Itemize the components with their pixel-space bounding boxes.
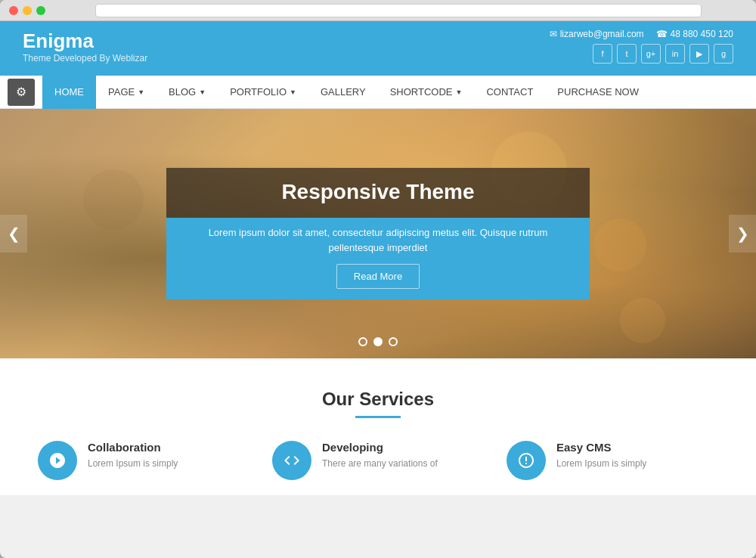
- nav-item-portfolio[interactable]: PORTFOLIO ▼: [218, 76, 308, 109]
- service-desc-cms: Lorem Ipsum is simply: [556, 457, 646, 470]
- services-section: Our Services Collaboration Lorem Ipsum i…: [0, 358, 756, 495]
- social-icons: f t g+ in ▶ g: [593, 44, 733, 64]
- hero-read-more-button[interactable]: Read More: [336, 264, 420, 289]
- youtube-icon[interactable]: ▶: [689, 44, 709, 64]
- hero-title-box: Responsive Theme: [166, 168, 590, 218]
- phone-text: 48 880 450 120: [671, 29, 733, 39]
- service-name-collaboration: Collaboration: [88, 441, 178, 454]
- blog-arrow: ▼: [199, 88, 206, 96]
- brand-name: Enigma: [23, 29, 147, 53]
- svg-point-4: [620, 298, 665, 343]
- hero-dot-2[interactable]: [373, 337, 383, 346]
- nav-item-purchase[interactable]: PURCHASE NOW: [545, 76, 651, 109]
- svg-point-3: [83, 169, 144, 230]
- service-text-collaboration: Collaboration Lorem Ipsum is simply: [88, 441, 178, 470]
- hero-dots: [358, 337, 398, 346]
- service-text-cms: Easy CMS Lorem Ipsum is simply: [556, 441, 646, 470]
- titlebar: [0, 0, 756, 21]
- service-desc-developing: There are many variations of: [322, 457, 438, 470]
- collaboration-icon: [38, 441, 77, 480]
- nav-items: HOME PAGE ▼ BLOG ▼ PORTFOLIO ▼ GALLERY S…: [42, 76, 651, 108]
- phone-contact: ☎ 48 880 450 120: [656, 29, 733, 39]
- linkedin-icon[interactable]: in: [665, 44, 685, 64]
- nav-item-home[interactable]: HOME: [42, 76, 96, 109]
- email-text: lizarweb@gmail.com: [560, 29, 644, 39]
- nav-item-shortcode[interactable]: SHORTCODE ▼: [378, 76, 475, 109]
- hero-description: Lorem ipsum dolor sit amet, consectetur …: [181, 225, 575, 255]
- service-text-developing: Developing There are many variations of: [322, 441, 438, 470]
- minimize-button[interactable]: [23, 6, 32, 15]
- next-icon: ❯: [736, 225, 749, 243]
- service-desc-collaboration: Lorem Ipsum is simply: [88, 457, 178, 470]
- nav-item-gallery[interactable]: GALLERY: [308, 76, 378, 109]
- hero-title: Responsive Theme: [189, 180, 567, 204]
- twitter-icon[interactable]: t: [617, 44, 637, 64]
- settings-icon: ⚙: [16, 85, 26, 99]
- nav-item-blog[interactable]: BLOG ▼: [156, 76, 218, 109]
- header-contact: ✉ lizarweb@gmail.com ☎ 48 880 450 120: [550, 29, 733, 39]
- service-name-cms: Easy CMS: [556, 441, 646, 454]
- services-underline: [355, 416, 401, 418]
- main-nav: ⚙ HOME PAGE ▼ BLOG ▼ PORTFOLIO ▼ GALLERY…: [0, 76, 756, 109]
- page-arrow: ▼: [138, 88, 144, 96]
- nav-item-page[interactable]: PAGE ▼: [96, 76, 156, 109]
- settings-button[interactable]: ⚙: [8, 79, 35, 106]
- service-name-developing: Developing: [322, 441, 438, 454]
- google-icon[interactable]: g: [714, 44, 733, 64]
- brand: Enigma Theme Developed By Weblizar: [23, 29, 147, 64]
- service-item-collaboration: Collaboration Lorem Ipsum is simply: [38, 441, 249, 480]
- hero-prev-button[interactable]: ❮: [0, 215, 27, 253]
- prev-icon: ❮: [8, 225, 20, 243]
- phone-icon: ☎: [656, 29, 668, 39]
- services-grid: Collaboration Lorem Ipsum is simply Deve…: [23, 441, 733, 480]
- close-button[interactable]: [9, 6, 18, 15]
- email-icon: ✉: [550, 29, 557, 39]
- email-contact: ✉ lizarweb@gmail.com: [550, 29, 644, 39]
- header-top: Enigma Theme Developed By Weblizar ✉ liz…: [23, 29, 733, 64]
- nav-item-contact[interactable]: CONTACT: [474, 76, 545, 109]
- hero-desc-box: Lorem ipsum dolor sit amet, consectetur …: [166, 218, 590, 299]
- hero-next-button[interactable]: ❯: [729, 215, 756, 253]
- hero-section: ❮ Responsive Theme Lorem ipsum dolor sit…: [0, 109, 756, 358]
- service-item-developing: Developing There are many variations of: [272, 441, 484, 480]
- portfolio-arrow: ▼: [290, 88, 296, 96]
- header-contact-social: ✉ lizarweb@gmail.com ☎ 48 880 450 120 f …: [550, 29, 733, 64]
- svg-point-1: [593, 219, 646, 271]
- site-content: Enigma Theme Developed By Weblizar ✉ liz…: [0, 21, 756, 495]
- hero-dot-1[interactable]: [358, 337, 367, 346]
- hero-dot-3[interactable]: [389, 337, 398, 346]
- maximize-button[interactable]: [36, 6, 45, 15]
- url-bar[interactable]: [95, 4, 702, 17]
- developing-icon: [272, 441, 311, 480]
- google-plus-icon[interactable]: g+: [641, 44, 661, 64]
- cms-icon: [507, 441, 546, 480]
- site-header: Enigma Theme Developed By Weblizar ✉ liz…: [0, 21, 756, 76]
- shortcode-arrow: ▼: [456, 88, 463, 96]
- service-item-cms: Easy CMS Lorem Ipsum is simply: [507, 441, 718, 480]
- browser-window: Enigma Theme Developed By Weblizar ✉ liz…: [0, 0, 756, 558]
- brand-tagline: Theme Developed By Weblizar: [23, 53, 147, 64]
- services-title: Our Services: [23, 389, 733, 410]
- facebook-icon[interactable]: f: [593, 44, 612, 64]
- hero-content: Responsive Theme Lorem ipsum dolor sit a…: [166, 168, 590, 299]
